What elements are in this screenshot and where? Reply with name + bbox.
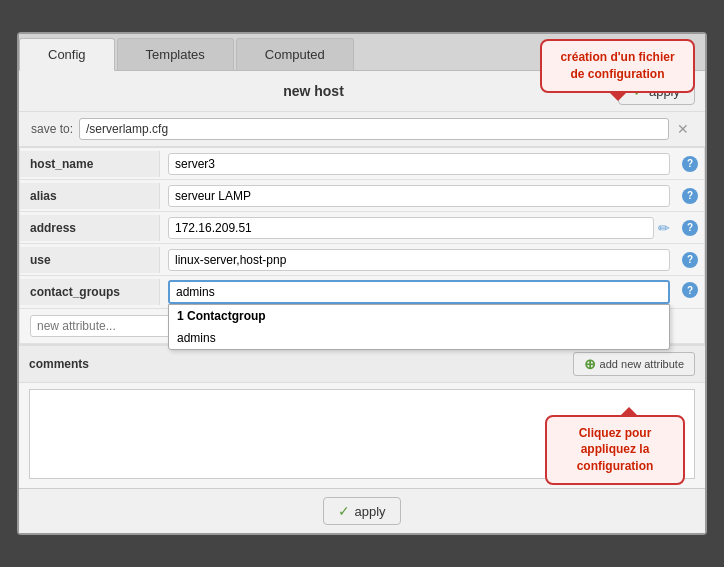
input-address[interactable] <box>168 217 654 239</box>
tooltip-apply-config: Cliquez pour appliquez la configuration <box>545 415 685 485</box>
help-icon-alias[interactable]: ? <box>682 188 698 204</box>
help-icon-contact-groups[interactable]: ? <box>682 282 698 298</box>
label-use: use <box>20 247 160 273</box>
clear-button[interactable]: ✕ <box>673 119 693 139</box>
value-address: ✏ <box>160 213 678 243</box>
label-contact-groups: contact_groups <box>20 279 160 305</box>
field-row-contact-groups: contact_groups 1 Contactgroup admins <box>20 276 704 309</box>
help-icon-host-name[interactable]: ? <box>682 156 698 172</box>
main-container: création d'un fichier de configuration C… <box>17 32 707 535</box>
value-host-name <box>160 149 678 179</box>
page-title: new host <box>19 83 608 99</box>
comments-label: comments <box>29 357 89 371</box>
form-section: host_name ? alias ? address <box>19 147 705 345</box>
field-row-alias: alias ? <box>20 180 704 212</box>
dropdown-item-1[interactable]: admins <box>169 327 669 349</box>
field-row-use: use ? <box>20 244 704 276</box>
help-icon-address[interactable]: ? <box>682 220 698 236</box>
contact-groups-dropdown: 1 Contactgroup admins <box>168 304 670 350</box>
check-icon-bottom: ✓ <box>338 503 350 519</box>
edit-icon-address[interactable]: ✏ <box>658 220 670 236</box>
tab-config[interactable]: Config <box>19 38 115 71</box>
field-row-host-name: host_name ? <box>20 148 704 180</box>
label-address: address <box>20 215 160 241</box>
value-use <box>160 245 678 275</box>
dropdown-container: 1 Contactgroup admins <box>168 280 670 304</box>
apply-button-bottom[interactable]: ✓ apply <box>323 497 400 525</box>
comments-header: comments ⊕ add new attribute <box>19 345 705 383</box>
input-contact-groups[interactable] <box>168 280 670 304</box>
tooltip-create-config: création d'un fichier de configuration <box>540 39 695 93</box>
save-to-label: save to: <box>31 122 73 136</box>
value-contact-groups: 1 Contactgroup admins <box>160 276 678 308</box>
bottom-bar: ✓ apply <box>19 488 705 533</box>
save-to-input[interactable] <box>79 118 669 140</box>
input-use[interactable] <box>168 249 670 271</box>
label-host-name: host_name <box>20 151 160 177</box>
input-alias[interactable] <box>168 185 670 207</box>
help-icon-use[interactable]: ? <box>682 252 698 268</box>
tab-templates[interactable]: Templates <box>117 38 234 70</box>
add-new-attribute-button[interactable]: ⊕ add new attribute <box>573 352 695 376</box>
save-to-row: save to: ✕ <box>19 112 705 147</box>
field-row-address: address ✏ ? <box>20 212 704 244</box>
input-host-name[interactable] <box>168 153 670 175</box>
dropdown-item-0[interactable]: 1 Contactgroup <box>169 305 669 327</box>
label-alias: alias <box>20 183 160 209</box>
value-alias <box>160 181 678 211</box>
plus-icon: ⊕ <box>584 356 596 372</box>
tab-computed[interactable]: Computed <box>236 38 354 70</box>
